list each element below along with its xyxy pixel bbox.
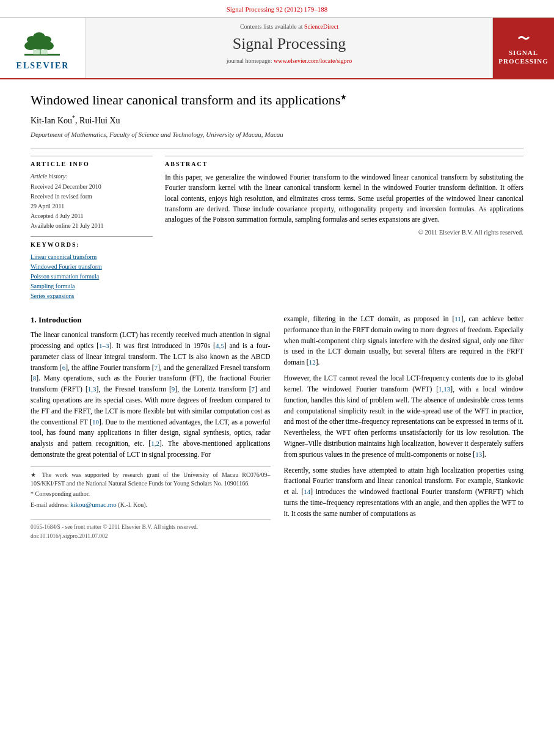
ref-12[interactable]: 12 (309, 358, 316, 366)
sciencedirect-link[interactable]: ScienceDirect (304, 23, 338, 30)
ref-1-3b[interactable]: 1,3 (88, 385, 97, 393)
elsevier-text: ELSEVIER (16, 60, 70, 72)
homepage-link[interactable]: www.elsevier.com/locate/sigpro (274, 57, 352, 64)
journal-center: Contents lists available at ScienceDirec… (86, 18, 493, 78)
authors-line: Kit-Ian Kou*, Rui-Hui Xu (31, 114, 523, 126)
intro-para-2: example, filtering in the LCT domain, as… (284, 314, 524, 368)
doi-line: 0165-1684/$ - see front matter © 2011 El… (31, 523, 271, 532)
article-info-section: Article Info Article history: Received 2… (31, 156, 153, 230)
ref-14[interactable]: 14 (304, 488, 310, 495)
doi-number: doi:10.1016/j.sigpro.2011.07.002 (31, 532, 271, 541)
accepted-date: Accepted 4 July 2011 (31, 212, 153, 220)
body-content: 1. Introduction The linear canonical tra… (31, 314, 523, 541)
sp-wave-icon: 〜 (498, 31, 549, 46)
available-date: Available online 21 July 2011 (31, 222, 153, 230)
article-info-header: Article Info (31, 160, 153, 169)
bottom-bar: 0165-1684/$ - see front matter © 2011 El… (31, 519, 271, 540)
signal-processing-badge: 〜 SIGNAL PROCESSING (498, 31, 549, 66)
homepage-line: journal homepage: www.elsevier.com/locat… (92, 57, 486, 65)
ref-1-13[interactable]: 1,13 (439, 385, 450, 393)
abstract-text: In this paper, we generalize the windowe… (165, 172, 523, 225)
author1: Kit-Ian Kou (31, 116, 72, 125)
ref-4-5[interactable]: 4,5 (216, 342, 224, 349)
received-date: Received 24 December 2010 (31, 183, 153, 191)
ref-1-3[interactable]: 1–3 (99, 342, 109, 349)
ref-7[interactable]: 7 (154, 364, 158, 371)
footnotes: ★ The work was supported by research gra… (31, 467, 271, 509)
copyright-notice: © 2011 Elsevier B.V. All rights reserved… (165, 228, 523, 238)
author2: Rui-Hui Xu (79, 116, 120, 125)
ref-1-2[interactable]: 1,2 (151, 440, 159, 447)
top-bar: Signal Processing 92 (2012) 179–188 (0, 0, 554, 18)
ref-13[interactable]: 13 (475, 451, 482, 458)
abstract-header: Abstract (165, 160, 523, 169)
ref-8[interactable]: 8 (33, 374, 37, 382)
email-link[interactable]: kikou@umac.mo (70, 501, 117, 508)
svg-point-6 (42, 36, 51, 43)
affiliation: Department of Mathematics, Faculty of Sc… (31, 130, 523, 139)
abstract-col: Abstract In this paper, we generalize th… (165, 156, 523, 302)
intro-para-3: However, the LCT cannot reveal the local… (284, 373, 524, 460)
keyword-1[interactable]: Linear canonical transform (31, 253, 153, 261)
title-divider (31, 148, 523, 148)
keyword-3[interactable]: Poisson summation formula (31, 272, 153, 281)
intro-para-4: Recently, some studies have attempted to… (284, 465, 524, 520)
keywords-header: Keywords: (31, 241, 153, 249)
history-label: Article history: (31, 172, 153, 181)
author1-sup: * (72, 114, 75, 121)
journal-title: Signal Processing (92, 33, 486, 55)
footnote-3: E-mail address: kikou@umac.mo (K.-I. Kou… (31, 500, 271, 509)
abstract-section: Abstract In this paper, we generalize th… (165, 156, 523, 238)
revised-label: Received in revised form (31, 192, 153, 201)
elsevier-logo-area: ELSEVIER (0, 18, 86, 78)
ref-11[interactable]: 11 (454, 315, 461, 322)
svg-point-5 (27, 36, 37, 43)
elsevier-logo: ELSEVIER (16, 24, 70, 72)
ref-10[interactable]: 10 (92, 418, 99, 426)
footnote-2: * Corresponding author. (31, 490, 271, 498)
contents-line: Contents lists available at ScienceDirec… (92, 23, 486, 31)
ref-9[interactable]: 9 (172, 385, 175, 393)
journal-logo-right: 〜 SIGNAL PROCESSING (493, 18, 554, 78)
article-info-col: Article Info Article history: Received 2… (31, 156, 153, 302)
footnote-1: ★ The work was supported by research gra… (31, 471, 271, 488)
revised-date: 29 April 2011 (31, 202, 153, 211)
intro-para-1: The linear canonical transform (LCT) has… (31, 330, 271, 460)
body-col-left: 1. Introduction The linear canonical tra… (31, 314, 271, 541)
ref-6[interactable]: 6 (62, 364, 66, 371)
journal-header: ELSEVIER Contents lists available at Sci… (0, 18, 554, 79)
section1-title: 1. Introduction (31, 314, 271, 326)
paper-content: Windowed linear canonical transform and … (0, 79, 554, 553)
keywords-section: Keywords: Linear canonical transform Win… (31, 236, 153, 300)
journal-citation-link[interactable]: Signal Processing 92 (2012) 179–188 (227, 5, 328, 13)
article-title: Windowed linear canonical transform and … (31, 92, 523, 109)
body-col-right: example, filtering in the LCT domain, as… (284, 314, 524, 541)
ref-7b[interactable]: 7 (252, 385, 255, 393)
elsevier-tree-icon (18, 24, 67, 57)
keyword-2[interactable]: Windowed Fourier transform (31, 263, 153, 271)
keyword-4[interactable]: Sampling formula (31, 282, 153, 291)
title-star: ★ (340, 92, 347, 101)
keyword-5[interactable]: Series expansions (31, 292, 153, 300)
info-abstract-section: Article Info Article history: Received 2… (31, 156, 523, 302)
